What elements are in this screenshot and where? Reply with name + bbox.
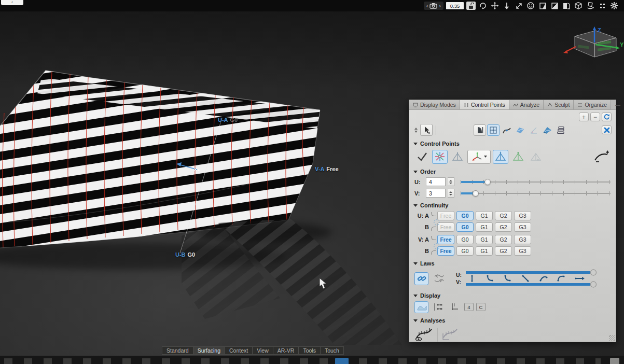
- snap-dots-icon[interactable]: [598, 1, 607, 10]
- drag-grip-icon[interactable]: [413, 125, 419, 135]
- section-continuity[interactable]: Continuity: [413, 202, 612, 208]
- panel-collapse-button[interactable]: ‹: [1, 0, 23, 5]
- order-v-slider[interactable]: [461, 189, 611, 198]
- stack-icon[interactable]: [554, 124, 567, 136]
- edge-label-va[interactable]: V-AFree: [315, 166, 339, 172]
- zebra-comb-eye-icon[interactable]: [414, 327, 433, 343]
- section-control-points[interactable]: Control Points: [413, 141, 612, 147]
- surface-shell-icon[interactable]: [514, 124, 526, 136]
- continuity-g3-button[interactable]: G3: [514, 211, 531, 220]
- cv-star-icon[interactable]: [432, 150, 448, 164]
- refresh-icon[interactable]: [602, 113, 612, 121]
- select-cursor-icon[interactable]: [420, 124, 433, 136]
- move-pyramid-icon[interactable]: [493, 150, 508, 164]
- swap-v-icon[interactable]: [433, 243, 440, 250]
- cube-icon[interactable]: [574, 1, 583, 10]
- section-order[interactable]: Order: [413, 169, 612, 175]
- panel-minimize-button[interactable]: —: [611, 100, 624, 109]
- shaded-square-icon[interactable]: [550, 1, 559, 10]
- add-button[interactable]: +: [579, 113, 589, 121]
- zoom-down-icon[interactable]: [502, 1, 511, 10]
- split-square-icon[interactable]: [538, 1, 547, 10]
- shelf-tab-view[interactable]: View: [252, 346, 273, 355]
- continuity-g0-button[interactable]: G0: [456, 235, 474, 244]
- scale-pyramid-icon[interactable]: [510, 150, 526, 164]
- continuity-g2-button[interactable]: G2: [495, 211, 512, 220]
- smiley-icon[interactable]: [526, 1, 535, 10]
- zoom-value-field[interactable]: 0.35: [446, 2, 464, 9]
- add-remove-cv-icon[interactable]: [592, 150, 612, 164]
- order-v-slider-thumb[interactable]: [473, 190, 479, 197]
- section-analyses[interactable]: Analyses: [413, 317, 612, 324]
- comb-plot-icon[interactable]: [442, 327, 459, 343]
- door-panel-icon[interactable]: [562, 1, 571, 10]
- swap-u-icon[interactable]: [433, 219, 440, 226]
- link-icon[interactable]: [414, 272, 428, 285]
- order-v-stepper[interactable]: [448, 189, 454, 198]
- bottom-toolbar[interactable]: [0, 356, 624, 364]
- continuity-g2-button[interactable]: G2: [495, 235, 512, 244]
- shelf-tab-arvr[interactable]: AR-VR: [273, 346, 299, 355]
- tab-display-modes[interactable]: Display Modes: [409, 100, 460, 109]
- rotate-cube-icon[interactable]: [586, 1, 595, 10]
- camera-next-button[interactable]: ›: [439, 3, 441, 8]
- order-v-field[interactable]: 3: [426, 189, 446, 198]
- continuity-g2-button[interactable]: G2: [495, 246, 512, 256]
- lock-open-icon[interactable]: [466, 2, 476, 10]
- pivot-pyramid-icon[interactable]: [450, 150, 465, 164]
- continuity-g1-button[interactable]: G1: [476, 222, 493, 232]
- active-tool-icon[interactable]: [335, 358, 349, 364]
- continuity-g1-button[interactable]: G1: [476, 235, 493, 244]
- continuity-g0-button[interactable]: G0: [456, 222, 474, 232]
- continuity-g0-button[interactable]: G0: [456, 211, 474, 220]
- angle-icon[interactable]: [528, 124, 540, 136]
- pan-icon[interactable]: [490, 1, 500, 10]
- curve-point-icon[interactable]: [501, 124, 513, 136]
- check-icon[interactable]: [414, 150, 430, 164]
- continuity-g0-button[interactable]: G0: [456, 246, 474, 256]
- tab-sculpt[interactable]: Sculpt: [544, 100, 574, 109]
- tab-organize[interactable]: Organize: [574, 100, 611, 109]
- camera-icon[interactable]: [429, 3, 437, 9]
- continuity-g3-button[interactable]: G3: [514, 222, 531, 232]
- c-badge[interactable]: C: [476, 303, 486, 311]
- resize-diagonal-icon[interactable]: [514, 1, 523, 10]
- surface-edge-icon[interactable]: [474, 124, 486, 136]
- panel-resize-grip[interactable]: [609, 335, 615, 341]
- tab-control-points[interactable]: Control Points: [460, 100, 509, 109]
- edge-label-ub[interactable]: U-BG0: [175, 251, 195, 258]
- shelf-tab-context[interactable]: Context: [225, 346, 252, 355]
- hull-window-icon[interactable]: [487, 124, 500, 136]
- close-icon[interactable]: [602, 125, 612, 134]
- shelf-tab-tools[interactable]: Tools: [298, 346, 320, 355]
- law-strip-widget[interactable]: [465, 269, 601, 288]
- hull-grid-icon[interactable]: [431, 301, 445, 313]
- continuity-g2-button[interactable]: G2: [495, 222, 512, 232]
- section-display[interactable]: Display: [413, 292, 612, 299]
- orbit-icon[interactable]: [478, 1, 488, 10]
- law-curves-icon[interactable]: [432, 272, 446, 285]
- camera-prev-button[interactable]: ‹: [426, 3, 428, 8]
- order-u-field[interactable]: 4: [426, 177, 446, 186]
- shaded-surface-icon[interactable]: [414, 301, 428, 313]
- shelf-tab-touch[interactable]: Touch: [320, 346, 344, 355]
- order-u-slider-thumb[interactable]: [484, 179, 491, 185]
- order-u-stepper[interactable]: [448, 177, 454, 186]
- continuity-g3-button[interactable]: G3: [514, 235, 531, 244]
- triad-axes-icon[interactable]: [467, 150, 491, 164]
- continuity-g1-button[interactable]: G1: [476, 246, 493, 256]
- order-u-slider[interactable]: [461, 178, 611, 186]
- edge-label-ua[interactable]: U-AG0: [218, 117, 238, 123]
- isoparm-icon[interactable]: [448, 301, 462, 313]
- view-cube[interactable]: Z Y: [563, 26, 624, 65]
- camera-bookmark-group[interactable]: ‹ ›: [424, 2, 443, 10]
- continuity-g3-button[interactable]: G3: [514, 246, 531, 256]
- flag-surface-icon[interactable]: [541, 124, 553, 136]
- rotate-pyramid-icon[interactable]: [528, 150, 544, 164]
- gear-icon[interactable]: [609, 1, 619, 10]
- shelf-tab-surfacing[interactable]: Surfacing: [193, 346, 225, 355]
- count-4-badge[interactable]: 4: [464, 303, 474, 311]
- remove-button[interactable]: −: [590, 113, 600, 121]
- tab-analyze[interactable]: Analyze: [509, 100, 544, 109]
- toolbar-icon[interactable]: [610, 358, 619, 364]
